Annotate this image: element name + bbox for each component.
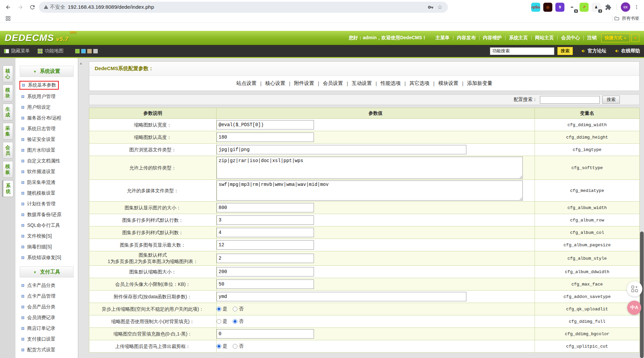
quick-grid-float-button[interactable] bbox=[627, 281, 642, 297]
radio-option-否-cfg_uplitpic_cut[interactable]: 否 bbox=[233, 343, 243, 349]
theme-color-swatch[interactable] bbox=[81, 49, 86, 53]
param-input-cfg_ddimg_width[interactable] bbox=[217, 120, 314, 130]
sidebar-item-自定义文档属性[interactable]: 自定义文档属性 bbox=[21, 158, 60, 164]
config-tab-附件设置[interactable]: 附件设置 bbox=[294, 80, 314, 87]
config-search-input[interactable] bbox=[540, 96, 600, 104]
function-search-button[interactable]: 搜索 bbox=[557, 47, 573, 55]
param-textarea-cfg_mediatype[interactable] bbox=[217, 181, 523, 201]
header-menu-6[interactable]: 会员中心 bbox=[561, 35, 580, 40]
sidebar-item-会员产品分类[interactable]: 会员产品分类 bbox=[21, 304, 55, 310]
sidebar-item-软件频道设置[interactable]: 软件频道设置 bbox=[21, 169, 55, 175]
header-menu-3[interactable]: 内容维护 bbox=[483, 35, 502, 40]
radio-option-是-cfg_ddimg_full[interactable]: 是 bbox=[217, 318, 227, 324]
all-bookmarks-label[interactable]: 所有书签 bbox=[622, 15, 639, 21]
agent-extension-icon[interactable]: ♟3 bbox=[592, 3, 601, 12]
config-search-button[interactable]: 搜索 bbox=[602, 96, 620, 104]
param-input-cfg_album_pagesize[interactable] bbox=[217, 240, 314, 250]
config-tab-模块设置[interactable]: 模块设置 bbox=[438, 80, 458, 87]
shortcut-add-button[interactable]: + bbox=[631, 34, 639, 42]
translate-float-button[interactable]: 中A bbox=[627, 301, 641, 315]
apps-grid-icon[interactable] bbox=[5, 15, 11, 22]
config-tab-会员设置[interactable]: 会员设置 bbox=[323, 80, 343, 87]
module-tab-核心[interactable]: 核心 bbox=[3, 65, 13, 82]
sidebar-item-支付接口设置[interactable]: 支付接口设置 bbox=[21, 336, 55, 342]
rpsu-extension-icon[interactable]: rpSu bbox=[531, 3, 540, 12]
module-tab-采集[interactable]: 采集 bbox=[3, 123, 13, 140]
theme-color-swatch[interactable] bbox=[93, 49, 98, 53]
theme-color-swatch[interactable] bbox=[75, 49, 80, 53]
param-input-cfg_ddimg_bgcolor[interactable] bbox=[217, 329, 314, 339]
param-input-cfg_max_face[interactable] bbox=[217, 279, 314, 289]
sidebar-item-防采集串混淆[interactable]: 防采集串混淆 bbox=[21, 180, 55, 186]
sidebar-item-服务器分布/远程[interactable]: 服务器分布/远程 bbox=[21, 115, 61, 121]
header-menu-4[interactable]: 系统主页 bbox=[509, 35, 528, 40]
sidebar-item-系统用户管理[interactable]: 系统用户管理 bbox=[21, 94, 55, 100]
official-forum-link[interactable]: 官方论坛 bbox=[581, 48, 606, 54]
forward-icon[interactable] bbox=[15, 2, 26, 12]
menu-section-系统设置[interactable]: ▼系统设置 bbox=[20, 66, 74, 77]
sidebar-item-文件校验[S][interactable]: 文件校验[S] bbox=[21, 233, 52, 239]
sidebar-item-计划任务管理[interactable]: 计划任务管理 bbox=[21, 201, 55, 207]
panda-extension-icon[interactable]: ••9 bbox=[567, 3, 577, 12]
config-tab-站点设置[interactable]: 站点设置 bbox=[236, 80, 257, 87]
password-key-icon[interactable] bbox=[427, 4, 434, 10]
sidebar-item-随机模板设置[interactable]: 随机模板设置 bbox=[21, 190, 55, 196]
sidebar-item-点卡产品分类[interactable]: 点卡产品分类 bbox=[21, 283, 55, 289]
param-input-cfg_album_width[interactable] bbox=[217, 203, 314, 212]
header-menu-7[interactable]: 注销 bbox=[587, 35, 597, 40]
shortcut-button[interactable]: 快捷方式▼ bbox=[601, 34, 630, 42]
menu-section-支付工具[interactable]: ▼支付工具 bbox=[20, 266, 74, 277]
address-bar[interactable]: 不安全 192.168.43.169:8089/dede/index.php ☆ bbox=[39, 2, 448, 13]
config-tab-其它选项[interactable]: 其它选项 bbox=[409, 80, 429, 87]
book-extension-icon[interactable]: ◎ bbox=[543, 3, 552, 12]
sidebar-item-验证安全设置[interactable]: 验证安全设置 bbox=[21, 137, 55, 143]
radio-option-是-cfg_uplitpic_cut[interactable]: 是 bbox=[217, 343, 227, 349]
sidebar-item-系统日志管理[interactable]: 系统日志管理 bbox=[21, 126, 55, 132]
hide-menu-button[interactable]: 隐藏菜单 bbox=[4, 48, 30, 54]
param-input-cfg_imgtype[interactable] bbox=[217, 145, 466, 154]
sidebar-item-配货方式设置[interactable]: 配货方式设置 bbox=[21, 347, 55, 353]
sidebar-item-病毒扫描[S][interactable]: 病毒扫描[S] bbox=[21, 244, 52, 250]
param-input-cfg_album_col[interactable] bbox=[217, 228, 314, 237]
extensions-puzzle-icon[interactable] bbox=[604, 3, 612, 11]
sidebar-item-用户组设定[interactable]: 用户组设定 bbox=[21, 104, 51, 110]
function-search-input[interactable] bbox=[490, 47, 554, 55]
config-tab-性能选项[interactable]: 性能选项 bbox=[380, 80, 401, 87]
sidebar-item-会员消费记录[interactable]: 会员消费记录 bbox=[21, 315, 55, 321]
module-tab-生成[interactable]: 生成 bbox=[3, 104, 13, 120]
module-tab-模块[interactable]: 模块 bbox=[3, 85, 13, 101]
sidebar-item-SQL命令行工具[interactable]: SQL命令行工具 bbox=[21, 222, 60, 228]
header-menu-1[interactable]: 主菜单 bbox=[435, 35, 450, 40]
sidebar-item-系统基本参数[interactable]: 系统基本参数 bbox=[19, 81, 59, 90]
online-help-link[interactable]: 在线帮助 bbox=[615, 48, 640, 54]
radio-option-否-cfg_ddimg_full[interactable]: 否 bbox=[233, 318, 243, 324]
header-menu-5[interactable]: 网站主页 bbox=[535, 35, 554, 40]
menu-dots-icon[interactable] bbox=[633, 4, 640, 10]
param-input-cfg_addon_savetype[interactable] bbox=[217, 292, 466, 301]
param-input-cfg_album_row[interactable] bbox=[217, 215, 314, 225]
module-tab-会员[interactable]: 会员 bbox=[3, 142, 13, 159]
module-tab-系统[interactable]: 系统 bbox=[2, 180, 13, 197]
header-menu-2[interactable]: 内容发布 bbox=[457, 35, 476, 40]
arrow-extension-icon[interactable]: ↗ bbox=[580, 3, 589, 12]
config-tab-添加新变量[interactable]: 添加新变量 bbox=[467, 80, 492, 87]
collapse-arrow-icon[interactable]: ▲ bbox=[79, 61, 83, 65]
theme-color-swatch[interactable] bbox=[87, 49, 92, 53]
config-tab-核心设置[interactable]: 核心设置 bbox=[265, 80, 285, 87]
sidebar-item-商店订单记录[interactable]: 商店订单记录 bbox=[21, 325, 55, 331]
page-scrollbar-thumb[interactable] bbox=[640, 232, 644, 358]
param-input-cfg_album_style[interactable] bbox=[217, 254, 314, 263]
nine-extension-icon[interactable]: 9 bbox=[555, 3, 564, 12]
sidebar-item-数据库备份/还原[interactable]: 数据库备份/还原 bbox=[21, 212, 61, 218]
radio-option-否-cfg_qk_uploadlit[interactable]: 否 bbox=[233, 306, 243, 312]
profile-avatar[interactable]: ex bbox=[621, 2, 630, 12]
config-tab-互动设置[interactable]: 互动设置 bbox=[352, 80, 372, 87]
sidebar-item-系统错误修复[S][interactable]: 系统错误修复[S] bbox=[21, 255, 61, 261]
radio-option-是-cfg_qk_uploadlit[interactable]: 是 bbox=[217, 306, 227, 312]
sidebar-item-图片水印设置[interactable]: 图片水印设置 bbox=[21, 147, 55, 153]
security-chip[interactable]: 不安全 bbox=[44, 4, 65, 10]
reload-icon[interactable] bbox=[27, 2, 38, 12]
module-tab-模板[interactable]: 模板 bbox=[3, 161, 13, 178]
param-input-cfg_ddimg_height[interactable] bbox=[217, 133, 314, 142]
bookmark-star-icon[interactable]: ☆ bbox=[436, 4, 443, 10]
